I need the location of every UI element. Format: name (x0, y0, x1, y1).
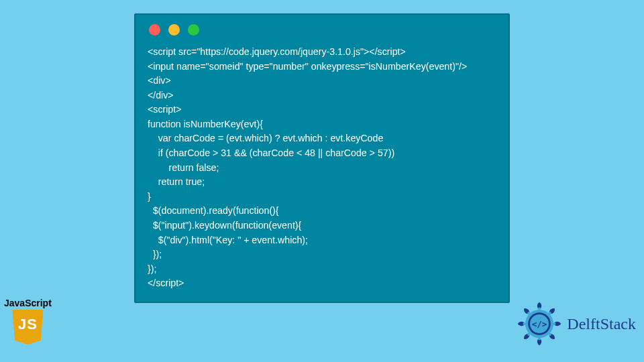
svg-point-3 (553, 322, 556, 325)
code-block: <script src="https://code.jquery.com/jqu… (148, 45, 496, 291)
delftstack-logo-icon: </> (516, 300, 563, 347)
window-traffic-lights (149, 24, 496, 36)
close-dot-icon (149, 24, 160, 36)
svg-point-5 (538, 337, 541, 340)
svg-point-1 (538, 308, 541, 310)
delftstack-brand: </> DelftStack (516, 300, 636, 347)
svg-text:</>: </> (532, 319, 547, 329)
javascript-badge: JavaScript JS (4, 298, 52, 345)
code-window: <script src="https://code.jquery.com/jqu… (134, 13, 510, 303)
svg-point-7 (523, 322, 526, 325)
minimize-dot-icon (168, 24, 180, 36)
delftstack-brand-text: DelftStack (567, 315, 636, 333)
maximize-dot-icon (188, 24, 199, 36)
javascript-logo-text: JS (12, 316, 43, 333)
javascript-label: JavaScript (4, 298, 52, 308)
javascript-logo-icon: JS (12, 310, 43, 345)
